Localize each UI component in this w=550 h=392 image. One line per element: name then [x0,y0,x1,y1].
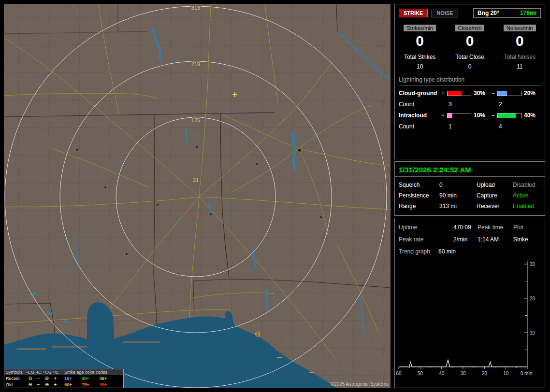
receiver-label: Receiver [477,203,513,210]
persistence-value: 90 min [439,192,477,199]
ic-plus-count: 1 [447,123,471,130]
ic-plus-percent: 10% [471,112,492,119]
intracloud-label: Intracloud [399,112,441,119]
copyright-notice: ©2005 Astrogenic Systems [331,381,389,387]
ring-label-313: 313 [191,5,200,11]
strike-mode-button[interactable]: STRIKE [399,9,428,17]
nexstorm-window: 313 219 125 31 Symbols -CG [0,0,550,392]
uptime-value: 470:09 [453,224,478,231]
close-per-min-value: 0 [445,33,494,49]
legend-age-header: Strike age color codes [59,370,112,375]
lightning-map[interactable]: 313 219 125 31 Symbols -CG [4,4,391,388]
persistence-label: Persistence [399,192,439,199]
squelch-value: 0 [439,182,477,188]
trend-tick-labels: 30 20 10 60 50 40 30 20 10 0 min [396,262,535,376]
squelch-label: Squelch [399,182,439,188]
statistics-panel: STRIKE NOISE Bng 20° 176mi Strikes/min 0… [394,4,545,159]
uptime-label: Uptime [399,224,453,231]
noises-per-min-badge: Noises/min [504,25,536,31]
pos-ic-icon: + [51,382,59,387]
ring-label-31: 31 [193,177,199,183]
plot-mode-value: Strike [513,236,541,243]
divider [395,176,545,177]
cg-plus-bar-fill [448,91,462,96]
trend-graph-header: Trend graph 60 min [399,248,541,255]
side-panel: STRIKE NOISE Bng 20° 176mi Strikes/min 0… [394,4,546,388]
strikes-per-min-value: 0 [395,33,445,49]
status-grid: Uptime 470:09 Peak time Plot Peak rate 2… [399,224,541,243]
rate-counters: Strikes/min 0 Total Strikes 10 Close/min… [395,25,545,70]
legend-col-pos-ic: +IC [51,370,59,375]
ic-minus-percent: 40% [521,112,541,119]
cg-minus-bar-fill [498,91,507,96]
pos-cg-icon: ⊕ [43,382,51,387]
x-tick-30: 30 [460,371,466,376]
trend-axes [399,261,527,369]
ic-plus-bar [447,113,471,118]
capture-status: Active [513,192,541,199]
age-90: 90+ [94,382,112,387]
settings-panel: 1/31/2026 2:24:52 AM Squelch 0 Upload Di… [394,161,545,216]
total-close-label: Total Close [445,54,494,60]
legend-old-row: Old ⊖ − ⊕ + 60+ 75+ 90+ [4,381,123,388]
total-noises-label: Total Noises [495,54,545,60]
strikes-per-min-badge: Strikes/min [404,25,435,31]
plot-label: Plot [513,224,541,231]
cg-plus-percent: 30% [471,90,492,97]
close-per-min-badge: Close/min [455,25,485,31]
y-tick-30: 30 [530,262,536,267]
ic-minus-bar [497,113,521,118]
cg-minus-count: 2 [497,101,521,108]
date-time: 1/31/2026 2:24:52 AM [399,166,541,174]
bearing-readout: Bng 20° 176mi [473,8,541,18]
trend-graph: 30 20 10 60 50 40 30 20 10 0 min [396,257,544,378]
age-75: 75+ [77,382,94,387]
ic-minus-count: 4 [497,123,521,130]
pos-ic-icon: + [51,376,59,381]
ring-label-125: 125 [191,117,200,123]
x-tick-60: 60 [396,371,402,376]
bearing-distance: 176mi [520,10,536,16]
age-15: 15+ [59,376,77,381]
range-label: Range [399,203,439,210]
legend-old-label: Old [6,382,26,387]
noise-mode-button[interactable]: NOISE [432,9,458,17]
neg-cg-icon: ⊖ [26,382,34,387]
trend-panel: Uptime 470:09 Peak time Plot Peak rate 2… [394,218,545,388]
total-noises-value: 11 [495,63,545,70]
cloud-ground-label: Cloud-ground [399,90,441,97]
neg-ic-icon: − [34,376,43,381]
legend-symbols-header: Symbols [6,370,26,375]
x-tick-0min: 0 min [521,371,532,376]
capture-label: Capture [477,192,513,199]
y-tick-20: 20 [530,296,536,301]
neg-ic-icon: − [34,382,43,387]
x-tick-20: 20 [482,371,488,376]
map-canvas[interactable]: 313 219 125 31 [4,4,391,388]
peak-rate-value: 2/min [453,236,478,243]
age-30: 30+ [77,376,94,381]
map-legend: Symbols -CG -IC +CG +IC Strike age color… [4,369,124,388]
strikes-per-min-column: Strikes/min 0 Total Strikes 10 [395,25,445,70]
total-strikes-value: 10 [395,63,445,70]
peak-rate-label: Peak rate [399,236,453,243]
plus-sign: + [441,90,447,97]
cg-minus-percent: 20% [521,90,541,97]
age-60: 60+ [59,382,77,387]
legend-recent-label: Recent [6,376,26,381]
receiver-status: Enabled [513,203,541,210]
display-mode-row: STRIKE NOISE Bng 20° 176mi [399,8,541,18]
minus-sign: − [492,90,497,97]
legend-col-neg-ic: -IC [34,370,43,375]
ic-plus-bar-fill [448,113,452,118]
y-tick-10: 10 [530,330,536,336]
x-tick-10: 10 [503,371,509,376]
legend-recent-row: Recent ⊖ − ⊕ + 15+ 30+ 45+ [4,375,123,381]
cg-plus-bar [447,91,471,96]
ring-label-219: 219 [191,61,200,67]
strike-rate-trace [399,360,527,367]
legend-col-neg-cg: -CG [26,370,34,375]
total-strikes-label: Total Strikes [395,54,445,60]
cloud-ground-row: Cloud-ground + 30% − 20% Count 3 2 [399,90,541,108]
legend-header-row: Symbols -CG -IC +CG +IC Strike age color… [4,369,123,375]
